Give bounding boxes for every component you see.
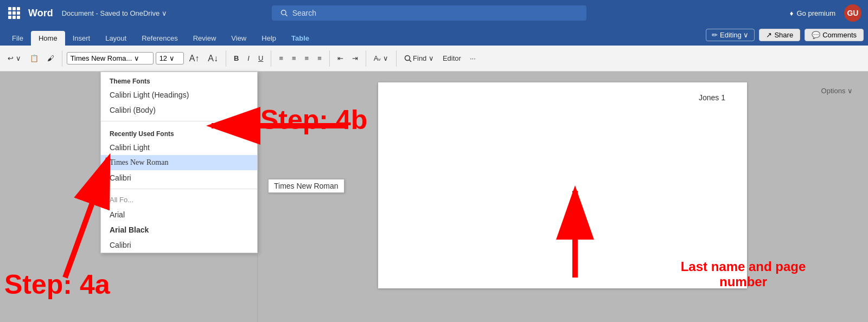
tab-home[interactable]: Home bbox=[31, 31, 65, 46]
editing-button[interactable]: ✏ Editing ∨ bbox=[706, 29, 755, 41]
titlebar-right: ♦ Go premium GU bbox=[790, 4, 861, 22]
divider-3 bbox=[271, 50, 271, 67]
tab-file[interactable]: File bbox=[4, 31, 31, 46]
align-center-button[interactable]: ≡ bbox=[289, 52, 299, 65]
justify-button[interactable]: ≡ bbox=[314, 52, 325, 65]
times-tooltip: Times New Roman bbox=[268, 179, 344, 193]
share-button[interactable]: ↗Share bbox=[759, 29, 800, 41]
go-premium-btn[interactable]: ♦ Go premium bbox=[790, 9, 835, 17]
svg-point-2 bbox=[405, 55, 410, 60]
svg-point-0 bbox=[282, 10, 286, 15]
tab-view[interactable]: View bbox=[224, 31, 254, 46]
font-dropdown: Theme Fonts Calibri Light (Headings) Cal… bbox=[100, 72, 258, 253]
font-name-selector[interactable]: Times New Roma... ∨ bbox=[67, 52, 154, 65]
font-calibri-light-headings[interactable]: Calibri Light (Headings) bbox=[101, 87, 257, 102]
avatar[interactable]: GU bbox=[844, 4, 861, 22]
font-calibri-light[interactable]: Calibri Light bbox=[101, 140, 257, 155]
underline-button[interactable]: U bbox=[255, 52, 266, 65]
doc-title: Document - Saved to OneDrive ∨ bbox=[62, 9, 167, 17]
shrink-font-button[interactable]: A↓ bbox=[205, 51, 221, 66]
align-right-button[interactable]: ≡ bbox=[302, 52, 312, 65]
tab-help[interactable]: Help bbox=[254, 31, 284, 46]
find-button[interactable]: Find ∨ bbox=[401, 52, 437, 65]
styles-button[interactable]: Aᵥ ∨ bbox=[371, 52, 392, 65]
grid-icon[interactable] bbox=[7, 5, 22, 21]
document-page: Jones 1 bbox=[378, 82, 747, 288]
options-button[interactable]: Options ∨ bbox=[821, 87, 853, 95]
document-area: Options ∨ Jones 1 Times New Roman bbox=[257, 72, 868, 322]
tab-references[interactable]: References bbox=[134, 31, 185, 46]
svg-line-3 bbox=[410, 60, 412, 62]
font-size-selector[interactable]: 12 ∨ bbox=[156, 52, 184, 65]
ribbon-tabs-bar: File Home Insert Layout References Revie… bbox=[0, 26, 868, 46]
undo-button[interactable]: ↩ ∨ bbox=[4, 52, 24, 65]
font-calibri-all[interactable]: Calibri bbox=[101, 237, 257, 253]
format-painter-button[interactable]: 🖌 bbox=[44, 52, 58, 65]
search-icon bbox=[280, 9, 288, 17]
search-input[interactable] bbox=[292, 9, 578, 17]
titlebar: Word Document - Saved to OneDrive ∨ ♦ Go… bbox=[0, 0, 868, 26]
ribbon-toolbar: ↩ ∨ 📋 🖌 Times New Roma... ∨ 12 ∨ A↑ A↓ B… bbox=[0, 46, 868, 72]
divider-6 bbox=[396, 50, 397, 67]
step4a-label: Step: 4a bbox=[4, 269, 110, 300]
italic-button[interactable]: I bbox=[244, 52, 253, 65]
theme-fonts-label: Theme Fonts bbox=[101, 72, 257, 87]
search-box[interactable] bbox=[272, 5, 586, 21]
align-left-button[interactable]: ≡ bbox=[276, 52, 286, 65]
divider-1 bbox=[62, 50, 62, 67]
font-arial[interactable]: Arial bbox=[101, 207, 257, 222]
divider-4 bbox=[329, 50, 330, 67]
font-calibri-body[interactable]: Calibri (Body) bbox=[101, 102, 257, 118]
indent-decrease-button[interactable]: ⇤ bbox=[334, 52, 347, 65]
main-content: Theme Fonts Calibri Light (Headings) Cal… bbox=[0, 72, 868, 322]
bold-button[interactable]: B bbox=[231, 52, 242, 65]
font-times-new-roman[interactable]: Times New Roman bbox=[101, 155, 257, 170]
comments-button[interactable]: 💬Comments bbox=[805, 29, 864, 41]
font-calibri-recent[interactable]: Calibri bbox=[101, 170, 257, 185]
tab-table[interactable]: Table bbox=[284, 31, 317, 46]
paste-button[interactable]: 📋 bbox=[27, 52, 42, 65]
editor-button[interactable]: Editor bbox=[439, 52, 464, 65]
font-arial-black[interactable]: Arial Black bbox=[101, 222, 257, 237]
separator-1 bbox=[101, 121, 257, 121]
recently-used-label: Recently Used Fonts bbox=[101, 125, 257, 140]
divider-5 bbox=[366, 50, 366, 67]
tab-insert[interactable]: Insert bbox=[65, 31, 98, 46]
all-fonts-label: All Fo... bbox=[101, 192, 257, 207]
tab-layout[interactable]: Layout bbox=[98, 31, 134, 46]
grow-font-button[interactable]: A↑ bbox=[186, 51, 203, 66]
separator-2 bbox=[101, 189, 257, 189]
divider-2 bbox=[226, 50, 226, 67]
svg-line-1 bbox=[285, 14, 287, 16]
tab-review[interactable]: Review bbox=[186, 31, 224, 46]
jones-header: Jones 1 bbox=[400, 93, 725, 102]
indent-increase-button[interactable]: ⇥ bbox=[349, 52, 361, 65]
app-name: Word bbox=[28, 8, 53, 19]
more-button[interactable]: ··· bbox=[467, 52, 479, 65]
